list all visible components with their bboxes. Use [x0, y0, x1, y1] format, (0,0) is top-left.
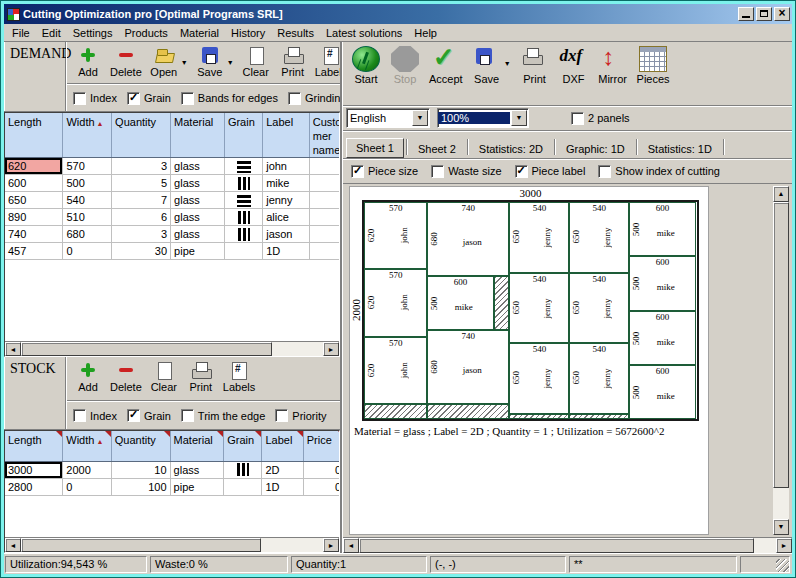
piece-jason[interactable]: 740680jason — [427, 330, 509, 404]
checkbox-box[interactable] — [127, 409, 140, 422]
checkbox-box[interactable] — [431, 165, 444, 178]
column-header-price[interactable]: Price — [303, 431, 340, 461]
column-header-grain[interactable]: Grain — [224, 113, 262, 158]
save-button[interactable]: Save — [472, 46, 502, 85]
accept-button[interactable]: Accept — [429, 46, 463, 85]
piece-mike[interactable]: 600500mike — [427, 276, 494, 330]
cell-quantity[interactable]: 5 — [112, 175, 171, 192]
cell-length[interactable]: 2800 — [5, 478, 63, 495]
tab-statistics-2d[interactable]: Statistics: 2D — [470, 140, 552, 158]
cell-quantity[interactable]: 3 — [112, 226, 171, 243]
scroll-left-icon[interactable]: ◄ — [343, 538, 359, 553]
piece-john[interactable]: 570620john — [364, 337, 427, 404]
cell-grain[interactable] — [224, 209, 262, 226]
clear-button[interactable]: Clear — [241, 45, 271, 78]
checkbox-box[interactable] — [73, 409, 86, 422]
priority-checkbox[interactable]: Priority — [275, 409, 326, 422]
cell-width[interactable]: 2000 — [63, 461, 112, 478]
column-header-width[interactable]: Width▲ — [63, 431, 112, 461]
cell-material[interactable]: pipe — [170, 478, 224, 495]
column-header-material[interactable]: Material — [171, 113, 225, 158]
save-button[interactable]: Save — [195, 45, 225, 78]
cell-quantity[interactable]: 7 — [112, 192, 171, 209]
cell-width[interactable]: 680 — [63, 226, 112, 243]
piece-jenny[interactable]: 540650jenny — [569, 273, 629, 344]
piece-jenny[interactable]: 540650jenny — [509, 343, 569, 414]
column-header-customer-name[interactable]: Customer name — [309, 113, 340, 158]
cell-length[interactable]: 3000 — [5, 461, 63, 478]
cell-length[interactable]: 740 — [5, 226, 63, 243]
menu-item-products[interactable]: Products — [118, 26, 173, 40]
labels-button[interactable]: Labels — [315, 45, 340, 78]
cell-quantity[interactable]: 10 — [111, 461, 170, 478]
menu-item-file[interactable]: File — [6, 26, 36, 40]
mirror-button[interactable]: Mirror — [598, 46, 628, 85]
column-header-material[interactable]: Material — [170, 431, 224, 461]
cell-material[interactable]: glass — [171, 158, 225, 175]
checkbox-box[interactable] — [73, 92, 86, 105]
piece-john[interactable]: 570620john — [364, 202, 427, 269]
cell-material[interactable]: pipe — [171, 243, 225, 260]
checkbox-box[interactable] — [571, 112, 584, 125]
piece-size-checkbox[interactable]: Piece size — [351, 165, 418, 178]
add-button[interactable]: Add — [73, 45, 103, 78]
cell-grain[interactable] — [224, 175, 262, 192]
piece-mike[interactable]: 600500mike — [629, 365, 696, 419]
close-button[interactable] — [774, 7, 790, 21]
cell-label[interactable]: 1D — [263, 243, 310, 260]
menu-item-results[interactable]: Results — [271, 26, 320, 40]
print-button[interactable]: Print — [278, 45, 308, 78]
cell-grain[interactable] — [224, 461, 262, 478]
chevron-down-icon[interactable]: ▼ — [227, 59, 234, 66]
cell-width[interactable]: 0 — [63, 243, 112, 260]
checkbox-box[interactable] — [275, 409, 288, 422]
piece-jenny[interactable]: 540650jenny — [569, 343, 629, 414]
show-index-of-cutting-checkbox[interactable]: Show index of cutting — [598, 165, 720, 178]
zoom-select[interactable]: 100% ▼ — [437, 108, 529, 128]
dxf-button[interactable]: DXF — [559, 46, 589, 85]
cell-quantity[interactable]: 30 — [112, 243, 171, 260]
piece-jenny[interactable]: 540650jenny — [509, 202, 569, 273]
clear-button[interactable]: Clear — [149, 360, 179, 393]
delete-button[interactable]: Delete — [110, 360, 142, 393]
column-header-length[interactable]: Length — [5, 113, 63, 158]
cell-label[interactable]: 1D — [262, 478, 303, 495]
pieces-button[interactable]: Pieces — [637, 46, 670, 85]
index-checkbox[interactable]: Index — [73, 92, 117, 105]
diagram-hscrollbar[interactable]: ◄ ► — [343, 537, 792, 553]
cell-material[interactable]: glass — [171, 192, 225, 209]
demand-hscrollbar[interactable]: ◄ ► — [5, 341, 339, 356]
cell-grain[interactable] — [224, 192, 262, 209]
scroll-left-icon[interactable]: ◄ — [5, 538, 21, 552]
piece-jenny[interactable]: 540650jenny — [569, 202, 629, 273]
cell-label[interactable]: 2D — [262, 461, 303, 478]
print-button[interactable]: Print — [186, 360, 216, 393]
column-header-grain[interactable]: Grain — [224, 431, 262, 461]
chevron-down-icon[interactable]: ▼ — [504, 60, 511, 67]
cell-grain[interactable] — [224, 158, 262, 175]
print-button[interactable]: Print — [520, 46, 550, 85]
open-button[interactable]: Open — [149, 45, 179, 78]
menu-item-settings[interactable]: Settings — [67, 26, 119, 40]
cell-grain[interactable] — [224, 226, 262, 243]
two-panels-checkbox[interactable]: 2 panels — [571, 112, 630, 125]
cell-length[interactable]: 620 — [5, 158, 63, 175]
checkbox-box[interactable] — [288, 92, 301, 105]
cell-label[interactable]: alice — [263, 209, 310, 226]
cell-customer[interactable] — [309, 192, 340, 209]
cell-width[interactable]: 500 — [63, 175, 112, 192]
cell-width[interactable]: 540 — [63, 192, 112, 209]
chevron-down-icon[interactable]: ▼ — [181, 59, 188, 66]
add-button[interactable]: Add — [73, 360, 103, 393]
piece-mike[interactable]: 600500mike — [629, 256, 696, 310]
cell-customer[interactable] — [309, 209, 340, 226]
menu-item-help[interactable]: Help — [408, 26, 443, 40]
bands-for-edges-checkbox[interactable]: Bands for edges — [181, 92, 278, 105]
piece-mike[interactable]: 600500mike — [629, 311, 696, 365]
cell-customer[interactable] — [309, 158, 340, 175]
menu-item-history[interactable]: History — [225, 26, 271, 40]
cell-price[interactable]: 0 — [303, 461, 340, 478]
tab-sheet-2[interactable]: Sheet 2 — [409, 140, 465, 158]
cell-material[interactable]: glass — [171, 209, 225, 226]
piece-label-checkbox[interactable]: Piece label — [515, 165, 586, 178]
